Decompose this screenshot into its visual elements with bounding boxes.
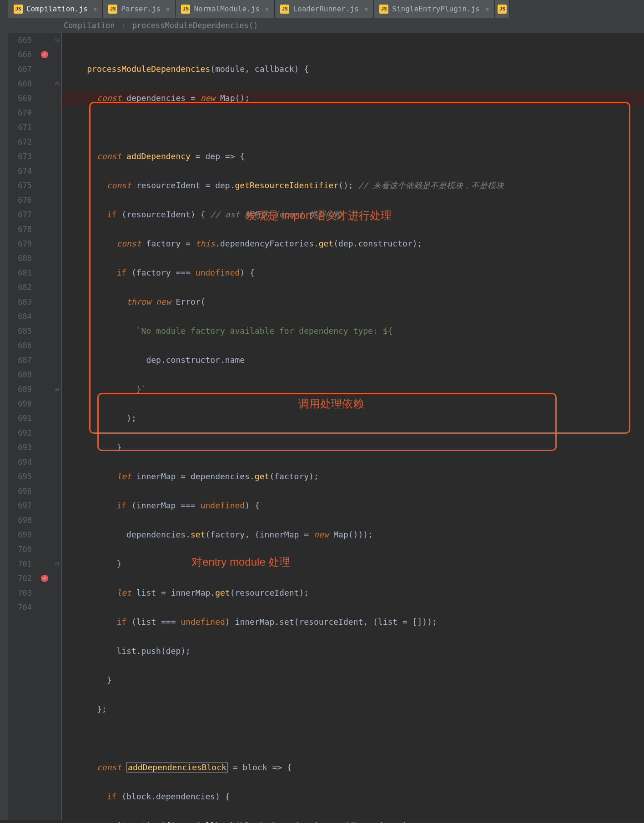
breakpoint-slot[interactable] [36,62,53,76]
breakpoint-slot[interactable] [36,207,53,222]
line-number[interactable]: 668 [8,76,36,91]
breakpoint-slot[interactable] [36,251,53,266]
line-number[interactable]: 695 [8,469,36,484]
line-number[interactable]: 679 [8,236,36,251]
fold-slot[interactable]: ⊟ [53,557,61,571]
fold-slot[interactable] [53,295,61,309]
breakpoint-icon[interactable] [41,51,48,58]
fold-slot[interactable] [53,266,61,280]
line-number[interactable]: 667 [8,62,36,76]
fold-slot[interactable] [53,498,61,513]
fold-slot[interactable] [53,469,61,484]
tab-compilation[interactable]: JS Compilation.js × [8,0,103,18]
breakpoint-slot[interactable] [36,527,53,542]
fold-slot[interactable] [53,513,61,527]
breakpoint-slot[interactable] [36,105,53,120]
line-number[interactable]: 693 [8,440,36,455]
breakpoint-slot[interactable] [36,586,53,600]
breakpoint-slot[interactable] [36,76,53,91]
fold-slot[interactable] [53,120,61,135]
line-number[interactable]: 681 [8,266,36,280]
fold-slot[interactable] [53,135,61,149]
breakpoint-gutter[interactable] [36,33,53,820]
fold-slot[interactable] [53,527,61,542]
line-number[interactable]: 686 [8,338,36,353]
close-icon[interactable]: × [166,5,170,13]
fold-slot[interactable] [53,586,61,600]
breadcrumb-class[interactable]: Compilation [64,21,115,30]
breakpoint-slot[interactable] [36,149,53,164]
fold-slot[interactable] [53,251,61,266]
line-number[interactable]: 677 [8,207,36,222]
close-icon[interactable]: × [265,5,269,13]
fold-slot[interactable]: ⊟ [53,382,61,396]
breakpoint-slot[interactable] [36,469,53,484]
breakpoint-slot[interactable] [36,193,53,207]
breakpoint-slot[interactable] [36,513,53,527]
breakpoint-slot[interactable] [36,47,53,62]
breakpoint-slot[interactable] [36,295,53,309]
breakpoint-slot[interactable] [36,353,53,367]
fold-slot[interactable] [53,193,61,207]
fold-slot[interactable] [53,280,61,295]
breakpoint-slot[interactable] [36,280,53,295]
fold-slot[interactable] [53,91,61,105]
fold-slot[interactable] [53,324,61,338]
line-number[interactable]: 669 [8,91,36,105]
fold-slot[interactable] [53,396,61,411]
line-number[interactable]: 682 [8,280,36,295]
breakpoint-slot[interactable] [36,91,53,105]
line-number[interactable]: 680 [8,251,36,266]
line-number[interactable]: 691 [8,411,36,426]
fold-slot[interactable] [53,338,61,353]
breakpoint-slot[interactable] [36,557,53,571]
line-number[interactable]: 690 [8,396,36,411]
fold-slot[interactable] [53,207,61,222]
tab-singleentryplugin[interactable]: JS SingleEntryPlugin.js × [374,0,495,18]
line-number[interactable]: 687 [8,353,36,367]
breakpoint-slot[interactable] [36,236,53,251]
fold-slot[interactable] [53,367,61,382]
breadcrumb-method[interactable]: processModuleDependencies() [132,21,258,30]
line-number[interactable]: 689 [8,382,36,396]
fold-slot[interactable] [53,600,61,615]
line-number[interactable]: 694 [8,455,36,469]
fold-slot[interactable] [53,440,61,455]
fold-slot[interactable] [53,309,61,324]
breakpoint-slot[interactable] [36,600,53,615]
line-number[interactable]: 678 [8,222,36,236]
breakpoint-slot[interactable] [36,382,53,396]
breakpoint-slot[interactable] [36,222,53,236]
fold-slot[interactable] [53,105,61,120]
code-area[interactable]: processModuleDependencies(module, callba… [62,33,644,820]
line-number[interactable]: 688 [8,367,36,382]
line-number[interactable]: 675 [8,178,36,193]
breakpoint-slot[interactable] [36,396,53,411]
breakpoint-slot[interactable] [36,164,53,178]
breakpoint-slot[interactable] [36,484,53,498]
fold-slot[interactable]: ⊟ [53,33,61,47]
line-number[interactable]: 683 [8,295,36,309]
fold-slot[interactable] [53,411,61,426]
fold-slot[interactable] [53,222,61,236]
breakpoint-slot[interactable] [36,33,53,47]
close-icon[interactable]: × [364,5,368,13]
fold-slot[interactable] [53,164,61,178]
line-number[interactable]: 702 [8,571,36,586]
fold-slot[interactable]: ⊟ [53,76,61,91]
breakpoint-slot[interactable] [36,338,53,353]
fold-slot[interactable] [53,149,61,164]
line-number[interactable]: 672 [8,135,36,149]
tab-parser[interactable]: JS Parser.js × [103,0,176,18]
breakpoint-slot[interactable] [36,266,53,280]
line-number[interactable]: 699 [8,527,36,542]
line-number[interactable]: 697 [8,498,36,513]
line-number[interactable]: 674 [8,164,36,178]
breakpoint-slot[interactable] [36,178,53,193]
fold-gutter[interactable]: ⊟⊟⊟⊟ [53,33,62,820]
breakpoint-slot[interactable] [36,498,53,513]
fold-slot[interactable] [53,455,61,469]
fold-slot[interactable] [53,353,61,367]
line-number[interactable]: 666 [8,47,36,62]
line-number[interactable]: 698 [8,513,36,527]
